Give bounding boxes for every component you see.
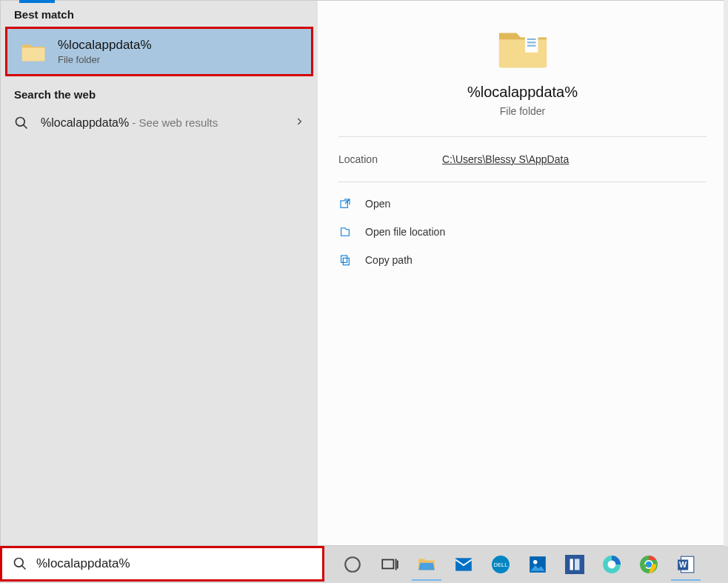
file-explorer-button[interactable] bbox=[409, 548, 444, 581]
search-box[interactable] bbox=[0, 546, 324, 582]
best-match-text: %localappdata% File folder bbox=[58, 38, 152, 65]
svg-line-1 bbox=[24, 125, 27, 129]
search-input[interactable] bbox=[36, 556, 312, 571]
cortana-icon bbox=[343, 555, 362, 574]
svg-text:W: W bbox=[679, 560, 687, 569]
mail-icon bbox=[454, 555, 473, 574]
svg-point-11 bbox=[345, 557, 360, 572]
svg-rect-8 bbox=[341, 256, 347, 262]
svg-line-10 bbox=[22, 566, 26, 570]
cortana-button[interactable] bbox=[335, 548, 370, 581]
mail-button[interactable] bbox=[446, 548, 481, 581]
action-open-label: Open bbox=[365, 198, 390, 210]
taskview-icon bbox=[380, 555, 399, 574]
open-icon bbox=[338, 197, 352, 210]
best-match-header: Best match bbox=[1, 1, 318, 27]
action-open-location[interactable]: Open file location bbox=[338, 218, 707, 246]
taskbar: DELL W bbox=[330, 546, 728, 583]
svg-point-19 bbox=[533, 560, 537, 564]
preview-header: %localappdata% File folder bbox=[318, 1, 727, 136]
svg-rect-5 bbox=[527, 45, 535, 47]
svg-rect-3 bbox=[527, 39, 535, 40]
preview-type: File folder bbox=[333, 105, 712, 117]
office-icon bbox=[565, 555, 584, 574]
svg-point-24 bbox=[608, 561, 616, 569]
action-copy-path-label: Copy path bbox=[365, 254, 413, 266]
photos-icon bbox=[528, 555, 547, 574]
best-match-result[interactable]: %localappdata% File folder bbox=[5, 27, 313, 76]
edge-button[interactable] bbox=[594, 548, 630, 581]
web-result-suffix: - See web results bbox=[129, 116, 218, 129]
chrome-button[interactable] bbox=[631, 548, 667, 581]
svg-point-0 bbox=[16, 118, 25, 127]
best-match-subtitle: File folder bbox=[58, 54, 152, 65]
word-button[interactable]: W bbox=[668, 548, 704, 581]
svg-rect-22 bbox=[575, 559, 580, 570]
svg-rect-15 bbox=[455, 558, 472, 570]
category-indicator bbox=[19, 0, 55, 3]
folder-icon bbox=[21, 41, 46, 62]
open-location-icon bbox=[338, 225, 352, 239]
svg-rect-4 bbox=[527, 41, 535, 43]
svg-point-9 bbox=[15, 559, 24, 567]
svg-rect-7 bbox=[343, 258, 349, 264]
scrollbar[interactable] bbox=[724, 0, 728, 546]
action-copy-path[interactable]: Copy path bbox=[338, 246, 707, 274]
action-open-location-label: Open file location bbox=[365, 226, 445, 238]
best-match-title: %localappdata% bbox=[58, 38, 152, 53]
location-path-link[interactable]: C:\Users\Blessy S\AppData bbox=[442, 153, 569, 165]
file-explorer-icon bbox=[417, 555, 436, 574]
svg-text:DELL: DELL bbox=[494, 562, 508, 568]
word-icon: W bbox=[676, 555, 695, 574]
office-button[interactable] bbox=[557, 548, 592, 581]
web-result-text: %localappdata% - See web results bbox=[41, 116, 294, 130]
photos-button[interactable] bbox=[520, 548, 555, 581]
taskview-button[interactable] bbox=[372, 548, 407, 581]
web-result-term: %localappdata% bbox=[41, 116, 129, 129]
edge-icon bbox=[602, 555, 621, 574]
svg-rect-2 bbox=[524, 36, 538, 53]
results-list-panel: Best match %localappdata% File folder Se… bbox=[1, 1, 318, 545]
location-row: Location C:\Users\Blessy S\AppData bbox=[318, 137, 727, 181]
search-results-window: Best match %localappdata% File folder Se… bbox=[0, 0, 728, 546]
chevron-right-icon bbox=[294, 116, 304, 130]
action-open[interactable]: Open bbox=[338, 190, 707, 218]
search-icon bbox=[13, 556, 27, 571]
svg-rect-21 bbox=[570, 559, 573, 570]
copy-icon bbox=[338, 253, 352, 267]
preview-title: %localappdata% bbox=[333, 84, 712, 101]
preview-panel: %localappdata% File folder Location C:\U… bbox=[318, 1, 727, 545]
taskbar-area: DELL W bbox=[0, 546, 728, 583]
search-web-header: Search the web bbox=[1, 81, 318, 107]
location-label: Location bbox=[338, 153, 442, 165]
search-icon bbox=[14, 116, 29, 130]
dell-icon: DELL bbox=[491, 555, 510, 574]
chrome-icon bbox=[639, 555, 658, 574]
dell-button[interactable]: DELL bbox=[483, 548, 518, 581]
actions-list: Open Open file location Copy path bbox=[318, 182, 727, 281]
svg-rect-12 bbox=[382, 560, 393, 569]
web-result-item[interactable]: %localappdata% - See web results bbox=[1, 107, 318, 139]
folder-icon bbox=[497, 26, 549, 70]
